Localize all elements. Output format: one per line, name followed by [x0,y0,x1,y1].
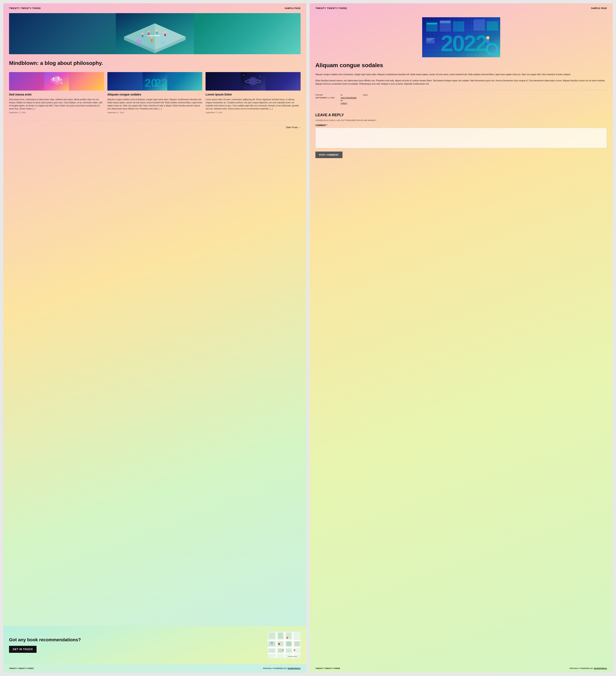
svg-rect-22 [53,79,54,81]
right-site-footer: TWENTY TWENTY-THREE PROUDLY POWERED BY W… [310,664,613,673]
post-title-1[interactable]: Sed massa enim [9,93,104,96]
svg-rect-48 [269,633,275,639]
svg-point-39 [262,86,263,87]
article-content: 2022 Aliquam congue sodales Aliquam cong… [310,13,613,113]
widget-title: Got any book recommendations? [9,637,264,642]
left-footer-site-title: TWENTY TWENTY-THREE [9,667,34,669]
posted-date: SEPTEMBER 17, 2022 [316,97,334,99]
older-posts-link[interactable]: Older Posts → [9,124,300,130]
posts-grid: Sed massa enim Sed massa enim, scelerisq… [9,72,300,114]
meta-tags: TAGS: [362,94,368,96]
by-label: BY [341,100,356,102]
right-panel: TWENTY TWENTY-THREE SAMPLE PAGE [310,3,613,673]
left-wordpress-link[interactable]: WORDPRESS [287,667,300,669]
svg-rect-105 [427,38,434,39]
svg-rect-13 [151,39,153,42]
svg-point-6 [148,31,150,33]
svg-rect-49 [278,633,283,639]
right-sample-page-link[interactable]: SAMPLE PAGE [591,7,607,9]
svg-rect-65 [296,656,297,657]
svg-rect-5 [142,35,143,37]
tags-label: TAGS: [362,94,368,96]
left-site-title: TWENTY TWENTY-THREE [9,7,41,9]
post-date-1: September 17, 2022 [9,112,104,114]
map-svg [268,632,300,658]
svg-rect-63 [288,656,296,657]
article-hero-svg: 2022 [316,17,607,57]
svg-rect-56 [278,649,283,653]
svg-rect-98 [453,21,464,32]
footer-widget: Got any book recommendations? GET IN TOU… [3,626,306,664]
svg-point-25 [61,83,62,84]
article-hero-image: 2022 [316,17,607,57]
post-date-2: September 17, 2022 [107,112,203,114]
post-excerpt-1: Sed massa enim, scelerisque et ullamcorp… [9,98,104,110]
svg-rect-45 [276,632,277,658]
comment-label: COMMENT * [316,124,607,126]
post-title-2[interactable]: Aliquam congue sodales [107,93,203,96]
svg-point-36 [243,75,244,75]
post-comment-button[interactable]: POST COMMENT [316,152,342,158]
svg-rect-7 [148,33,150,35]
post-card-3: Lorem Ipsum Dolor Lorem ipsum dolor sit … [206,72,300,114]
svg-point-21 [53,77,54,79]
widget-text: Got any book recommendations? GET IN TOU… [9,637,264,653]
widget-map [268,632,300,658]
svg-point-38 [260,76,261,76]
svg-rect-97 [440,21,450,23]
svg-rect-99 [473,19,485,31]
right-footer-site-title: TWENTY TWENTY-THREE [316,667,340,669]
meta-posted: POSTED SEPTEMBER 17, 2022 [316,94,334,99]
svg-rect-57 [286,649,291,653]
svg-point-23 [58,76,59,78]
svg-text:2022: 2022 [441,31,487,56]
svg-rect-14 [148,35,160,36]
svg-point-37 [248,73,248,74]
svg-rect-103 [487,40,489,43]
comment-textarea[interactable] [316,128,607,148]
svg-point-35 [249,77,257,85]
article-body: Aliquam congue sodales enim id pharetra.… [316,73,607,86]
in-label: IN [341,94,356,96]
post-thumbnail-2: 20 22 [107,72,203,91]
left-panel: TWENTY TWENTY-THREE SAMPLE PAGE [3,3,306,673]
post-excerpt-3: Lorem ipsum dolor sit amet, consectetur … [206,98,300,110]
post-excerpt-2: Aliquam congue sodales enim id pharetra.… [107,98,203,110]
left-powered-by: PROUDLY POWERED BY WORDPRESS [263,667,300,669]
author-link[interactable]: CARLO [341,102,356,104]
left-sample-page-link[interactable]: SAMPLE PAGE [285,7,300,9]
svg-point-4 [142,33,144,35]
svg-rect-95 [427,23,437,24]
article-meta: POSTED SEPTEMBER 17, 2022 IN UNCATEGORIZ… [316,94,607,104]
article-paragraph-1: Aliquam congue sodales enim id pharetra.… [316,73,607,76]
svg-text:22: 22 [155,76,167,89]
svg-rect-9 [156,32,158,34]
svg-point-60 [294,649,295,651]
meta-in: IN UNCATEGORIZED BY CARLO [341,94,356,104]
leave-reply-section: LEAVE A REPLY LOGGED IN AS CARLO. LOG OU… [310,113,613,164]
svg-rect-53 [286,641,291,646]
right-wordpress-link[interactable]: WORDPRESS [594,667,607,669]
posts-divider [9,120,300,120]
svg-rect-15 [161,42,165,44]
get-in-touch-button[interactable]: GET IN TOUCH [9,646,37,653]
left-hero-svg [9,13,300,54]
posted-label: POSTED [316,94,334,96]
svg-point-8 [156,30,158,32]
svg-rect-24 [58,78,59,80]
left-hero-image [9,13,300,54]
svg-point-62 [283,650,284,651]
thumb-2-svg: 20 22 [107,72,203,91]
thumb-1-svg [9,72,104,91]
category-link[interactable]: UNCATEGORIZED [341,97,356,99]
svg-point-12 [151,37,153,39]
svg-point-102 [486,36,490,40]
post-title-3[interactable]: Lorem Ipsum Dolor [206,93,300,96]
thumb-3-svg [206,72,300,91]
article-title: Aliquam congue sodales [316,62,607,69]
svg-point-40 [245,87,245,88]
left-header: TWENTY TWENTY-THREE SAMPLE PAGE [3,3,306,13]
left-main-content: Mindblown: a blog about philosophy. [3,13,306,626]
svg-rect-47 [292,632,293,658]
svg-point-61 [271,642,273,644]
